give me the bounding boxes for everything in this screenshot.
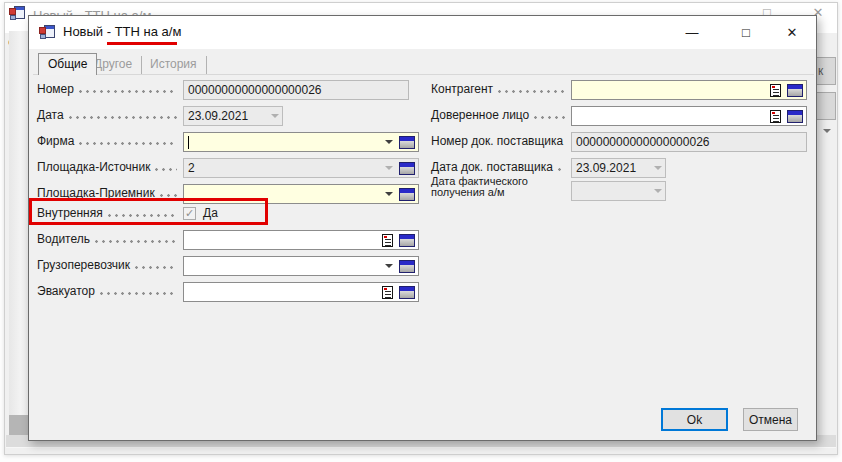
label-kontragent: Контрагент — [431, 82, 571, 96]
ok-button-label: Ok — [687, 413, 702, 427]
tabstrip-baseline — [33, 74, 814, 75]
dotted-leader — [79, 90, 177, 93]
istochnik-value: 2 — [188, 161, 195, 175]
label-data-dok: Дата док. поставщика — [431, 160, 571, 174]
icon-gray-square — [40, 34, 46, 39]
dotted-leader — [69, 116, 177, 119]
data-dok-value: 23.09.2021 — [576, 161, 636, 175]
dotted-leader — [135, 266, 177, 269]
dialog-form-icon — [39, 24, 55, 40]
label-nomer-dok: Номер док. поставщика — [431, 134, 571, 148]
vnutrennyaya-checkbox-label: Да — [203, 206, 218, 220]
open-card-button[interactable] — [399, 260, 415, 273]
dropdown-arrow-icon[interactable] — [385, 192, 393, 196]
dialog-new-ttn: Новый - ТТН на а/м — □ ✕ Общие Другое Ис… — [28, 15, 817, 441]
label-istochnik: Площадка-Источник — [37, 160, 183, 174]
dropdown-arrow-icon — [654, 166, 662, 170]
open-card-button[interactable] — [787, 110, 803, 123]
evakuator-field[interactable] — [183, 282, 419, 302]
icon-red-square — [9, 8, 16, 15]
parent-side-button-label: к — [818, 64, 823, 78]
annotation-underline — [107, 42, 177, 45]
nomer-value: 00000000000000000026 — [188, 83, 321, 97]
open-card-button[interactable] — [399, 286, 415, 299]
doverennoe-field[interactable] — [571, 106, 807, 126]
tab-istoriya[interactable]: История — [141, 56, 207, 74]
checkmark-icon: ✓ — [185, 207, 194, 220]
lookup-list-icon[interactable] — [382, 234, 393, 247]
dropdown-arrow-icon — [385, 166, 393, 170]
dotted-leader — [558, 168, 565, 171]
screen: Новый - ТТН на а/м □ ✕ Ф к Новый - ТТН н… — [0, 0, 842, 462]
minimize-icon[interactable]: — — [681, 23, 703, 43]
dotted-leader — [155, 168, 177, 171]
data-value: 23.09.2021 — [188, 109, 248, 123]
voditel-field[interactable] — [183, 230, 419, 250]
dotted-leader — [79, 142, 177, 145]
dotted-leader — [498, 90, 565, 93]
dropdown-arrow-icon — [654, 189, 662, 193]
dotted-leader — [100, 292, 177, 295]
priemnik-combobox[interactable] — [183, 184, 419, 204]
data-fakt-datepicker — [571, 181, 666, 201]
lookup-list-icon[interactable] — [382, 286, 393, 299]
open-card-button[interactable] — [399, 162, 415, 175]
cancel-button[interactable]: Отмена — [743, 408, 798, 431]
vnutrennyaya-checkbox[interactable]: ✓ — [183, 207, 196, 220]
data-dok-datepicker: 23.09.2021 — [571, 158, 666, 178]
open-card-button[interactable] — [399, 234, 415, 247]
close-icon[interactable]: ✕ — [781, 23, 803, 43]
dotted-leader — [160, 194, 177, 197]
label-voditel: Водитель — [37, 232, 183, 246]
text-caret — [188, 136, 189, 149]
label-doverennoe: Доверенное лицо — [431, 108, 571, 122]
label-data-fakt: Дата фактического получения а/м — [431, 176, 577, 198]
label-firma: Фирма — [37, 134, 183, 148]
nomer-dok-field: 00000000000000000026 — [571, 132, 807, 152]
dialog-titlebar: Новый - ТТН на а/м — □ ✕ — [29, 16, 816, 49]
firma-combobox[interactable] — [183, 132, 419, 152]
kontragent-field[interactable] — [571, 80, 807, 100]
app-form-icon — [9, 5, 25, 21]
label-gruzoperevozchik: Грузоперевозчик — [37, 258, 183, 272]
parent-chevron-down-icon[interactable] — [823, 129, 831, 133]
tab-label: История — [150, 57, 197, 71]
tab-obshchie[interactable]: Общие — [38, 53, 97, 75]
tab-label: Другое — [94, 57, 132, 71]
dotted-leader — [108, 214, 177, 217]
dropdown-arrow-icon — [271, 114, 279, 118]
open-card-button[interactable] — [399, 188, 415, 201]
dropdown-arrow-icon[interactable] — [385, 140, 393, 144]
label-priemnik: Площадка-Приемник — [37, 186, 183, 200]
open-card-button[interactable] — [399, 136, 415, 149]
icon-gray-square — [10, 15, 16, 20]
istochnik-combobox: 2 — [183, 158, 419, 178]
nomer-dok-value: 00000000000000000026 — [576, 135, 709, 149]
lookup-list-icon[interactable] — [770, 110, 781, 123]
ok-button[interactable]: Ok — [661, 408, 728, 431]
label-data: Дата — [37, 108, 183, 122]
maximize-icon[interactable]: □ — [735, 23, 757, 43]
nomer-field: 00000000000000000026 — [183, 80, 409, 100]
dialog-title: Новый - ТТН на а/м — [63, 24, 181, 39]
label-vnutrennyaya: Внутренняя — [37, 206, 183, 220]
dotted-leader — [534, 116, 565, 119]
gruzoperevozchik-combobox[interactable] — [183, 256, 419, 276]
dotted-leader — [95, 240, 177, 243]
dropdown-arrow-icon[interactable] — [385, 264, 393, 268]
cancel-button-label: Отмена — [749, 413, 792, 427]
open-card-button[interactable] — [787, 84, 803, 97]
label-nomer: Номер — [37, 82, 183, 96]
data-datepicker: 23.09.2021 — [183, 106, 283, 126]
lookup-list-icon[interactable] — [770, 84, 781, 97]
parent-left-panel — [9, 31, 30, 415]
icon-red-square — [39, 27, 46, 34]
tab-label: Общие — [48, 57, 87, 71]
label-evakuator: Эвакуатор — [37, 284, 183, 298]
